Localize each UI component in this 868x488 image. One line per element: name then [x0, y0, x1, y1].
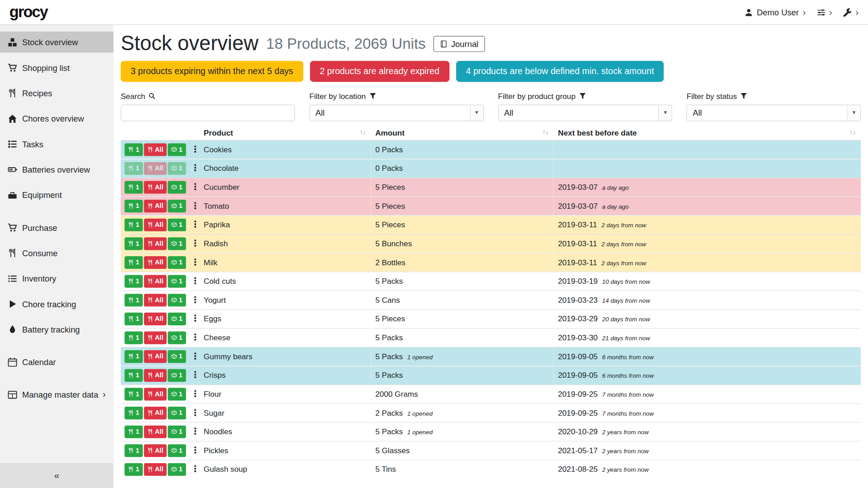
row-menu-button[interactable]: ⋮	[191, 314, 199, 324]
consume-one-button[interactable]: 1	[125, 143, 143, 156]
open-one-button[interactable]: 1	[168, 294, 186, 306]
consume-one-button[interactable]: 1	[125, 444, 143, 457]
consume-all-button[interactable]: All	[144, 294, 167, 306]
location-filter-select[interactable]: All ▾	[309, 104, 483, 121]
sidebar-item-purchase[interactable]: Purchase	[0, 217, 113, 238]
consume-all-button[interactable]: All	[144, 388, 167, 400]
sidebar-item-recipes[interactable]: Recipes	[0, 82, 113, 103]
row-menu-button[interactable]: ⋮	[191, 389, 199, 399]
consume-one-button[interactable]: 1	[125, 275, 143, 287]
consume-all-button[interactable]: All	[144, 369, 167, 381]
open-one-button[interactable]: 1	[168, 331, 186, 344]
consume-one-button[interactable]: 1	[125, 388, 143, 400]
row-menu-button[interactable]: ⋮	[191, 296, 199, 305]
open-one-button[interactable]: 1	[168, 143, 186, 156]
consume-all-button[interactable]: All	[144, 162, 167, 174]
open-one-button[interactable]: 1	[168, 350, 186, 363]
row-menu-button[interactable]: ⋮	[191, 164, 199, 173]
consume-all-button[interactable]: All	[144, 200, 167, 212]
row-menu-button[interactable]: ⋮	[191, 145, 199, 154]
consume-one-button[interactable]: 1	[125, 162, 143, 174]
consume-all-button[interactable]: All	[144, 407, 167, 419]
consume-all-button[interactable]: All	[144, 218, 167, 231]
best-before-column-header[interactable]: Next best before date	[553, 126, 861, 140]
open-one-button[interactable]: 1	[168, 369, 186, 381]
admin-menu[interactable]: ›	[843, 8, 859, 17]
row-menu-button[interactable]: ⋮	[191, 465, 199, 474]
amount-column-header[interactable]: Amount	[371, 126, 553, 140]
alert-info[interactable]: 4 products are below defined min. stock …	[456, 61, 664, 82]
consume-one-button[interactable]: 1	[125, 331, 143, 344]
consume-one-button[interactable]: 1	[125, 200, 143, 212]
consume-all-button[interactable]: All	[144, 444, 167, 457]
consume-one-button[interactable]: 1	[125, 425, 143, 438]
consume-all-button[interactable]: All	[144, 425, 167, 438]
row-menu-button[interactable]: ⋮	[191, 371, 199, 380]
row-menu-button[interactable]: ⋮	[191, 277, 199, 286]
open-one-button[interactable]: 1	[168, 463, 186, 476]
consume-one-button[interactable]: 1	[125, 181, 143, 193]
sidebar-item-chore-tracking[interactable]: Chore tracking	[0, 293, 113, 314]
row-menu-button[interactable]: ⋮	[191, 221, 199, 230]
row-menu-button[interactable]: ⋮	[191, 183, 199, 192]
open-one-button[interactable]: 1	[168, 181, 186, 193]
open-one-button[interactable]: 1	[168, 407, 186, 419]
row-menu-button[interactable]: ⋮	[191, 352, 199, 361]
row-menu-button[interactable]: ⋮	[191, 202, 199, 211]
sidebar-item-batteries-overview[interactable]: Batteries overview	[0, 159, 113, 180]
app-logo[interactable]: grocy	[9, 3, 47, 21]
consume-one-button[interactable]: 1	[125, 407, 143, 419]
open-one-button[interactable]: 1	[168, 275, 186, 287]
consume-one-button[interactable]: 1	[125, 218, 143, 231]
open-one-button[interactable]: 1	[168, 444, 186, 457]
sidebar-item-battery-tracking[interactable]: Battery tracking	[0, 319, 113, 340]
sidebar-item-equipment[interactable]: Equipment	[0, 184, 113, 206]
consume-one-button[interactable]: 1	[125, 294, 143, 306]
consume-one-button[interactable]: 1	[125, 312, 143, 325]
consume-all-button[interactable]: All	[144, 463, 167, 476]
consume-one-button[interactable]: 1	[125, 256, 143, 269]
consume-all-button[interactable]: All	[144, 181, 167, 193]
open-one-button[interactable]: 1	[168, 425, 186, 438]
consume-one-button[interactable]: 1	[125, 463, 143, 476]
consume-one-button[interactable]: 1	[125, 369, 143, 381]
row-menu-button[interactable]: ⋮	[191, 446, 199, 455]
row-menu-button[interactable]: ⋮	[191, 239, 199, 248]
consume-all-button[interactable]: All	[144, 331, 167, 344]
row-menu-button[interactable]: ⋮	[191, 427, 199, 436]
consume-all-button[interactable]: All	[144, 237, 167, 250]
sidebar-item-chores-overview[interactable]: Chores overview	[0, 108, 113, 129]
sidebar-item-consume[interactable]: Consume	[0, 242, 113, 263]
sidebar-item-calendar[interactable]: Calendar	[0, 352, 113, 373]
open-one-button[interactable]: 1	[168, 200, 186, 212]
consume-all-button[interactable]: All	[144, 350, 167, 363]
open-one-button[interactable]: 1	[168, 237, 186, 250]
row-menu-button[interactable]: ⋮	[191, 333, 199, 342]
consume-one-button[interactable]: 1	[125, 237, 143, 250]
product-column-header[interactable]: Product	[199, 126, 371, 140]
sidebar-item-inventory[interactable]: Inventory	[0, 268, 113, 289]
open-one-button[interactable]: 1	[168, 312, 186, 325]
consume-all-button[interactable]: All	[144, 312, 167, 325]
settings-menu[interactable]: ›	[817, 8, 832, 17]
row-menu-button[interactable]: ⋮	[191, 408, 199, 418]
sidebar-item-shopping-list[interactable]: Shopping list	[0, 57, 113, 78]
product-group-filter-select[interactable]: All ▾	[498, 104, 672, 121]
open-one-button[interactable]: 1	[168, 162, 186, 174]
user-menu[interactable]: Demo User ›	[745, 8, 806, 17]
status-filter-select[interactable]: All ▾	[687, 104, 861, 121]
journal-button[interactable]: Journal	[434, 36, 485, 52]
alert-warning[interactable]: 3 products expiring within the next 5 da…	[121, 61, 303, 82]
consume-all-button[interactable]: All	[144, 275, 167, 287]
open-one-button[interactable]: 1	[168, 218, 186, 231]
alert-danger[interactable]: 2 products are already expired	[310, 61, 449, 82]
sidebar-collapse-button[interactable]: «	[0, 463, 113, 488]
search-input[interactable]	[121, 104, 295, 121]
consume-all-button[interactable]: All	[144, 256, 167, 269]
consume-one-button[interactable]: 1	[125, 350, 143, 363]
consume-all-button[interactable]: All	[144, 143, 167, 156]
open-one-button[interactable]: 1	[168, 256, 186, 269]
open-one-button[interactable]: 1	[168, 388, 186, 400]
sidebar-item-stock-overview[interactable]: Stock overview	[0, 32, 113, 53]
sidebar-item-manage-master-data[interactable]: Manage master data›	[0, 384, 113, 405]
